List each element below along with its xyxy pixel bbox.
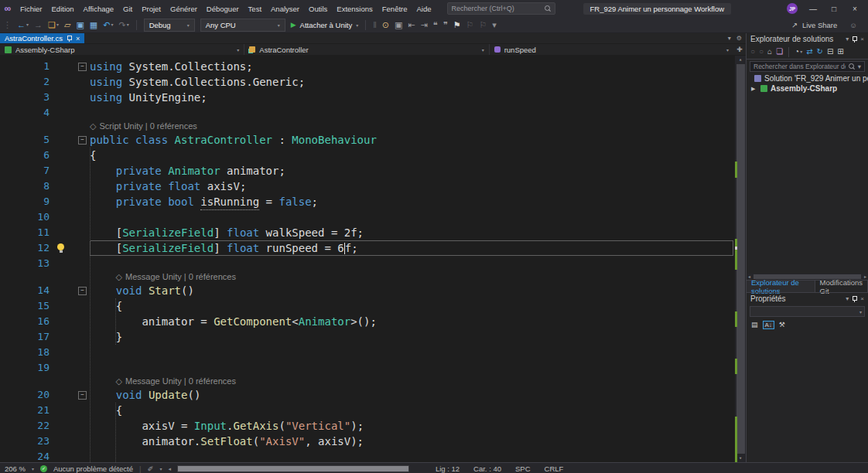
code-line[interactable]: 24 xyxy=(0,449,746,462)
code-line[interactable]: 23 animator.SetFloat("AxisV", axisV); xyxy=(0,434,746,449)
line-number[interactable]: 5 xyxy=(0,132,54,148)
code-line[interactable]: 12 [SerializeField] float runSpeed = 6f; xyxy=(0,240,746,256)
line-number[interactable]: 18 xyxy=(0,345,54,360)
minimize-button[interactable]: — xyxy=(808,5,818,13)
property-pages-icon[interactable]: ⚒ xyxy=(779,321,785,328)
fold-collapse-icon[interactable]: − xyxy=(78,136,87,145)
code-text[interactable]: using System.Collections.Generic; xyxy=(90,74,746,90)
open-folder-icon[interactable]: ▱ xyxy=(64,21,70,29)
navbar-type-dropdown[interactable]: AstraController ▾ xyxy=(244,44,489,55)
problems-status[interactable]: Aucun problème détecté xyxy=(53,464,133,473)
code-text[interactable]: private Animator animator; xyxy=(90,163,746,179)
alphabetical-icon[interactable]: A↓ xyxy=(763,321,774,329)
code-text[interactable]: { xyxy=(90,298,746,314)
code-line[interactable]: 19 xyxy=(0,360,746,376)
codelens-references[interactable]: ◇Script Unity | 0 références xyxy=(90,121,197,132)
active-files-dropdown-icon[interactable]: ▾ xyxy=(728,35,731,42)
code-text[interactable]: void Start() xyxy=(90,283,746,298)
line-number[interactable]: 24 xyxy=(0,449,54,462)
chevron-down-icon[interactable]: ▾ xyxy=(26,22,29,27)
menu-edition[interactable]: Edition xyxy=(47,5,79,13)
chevron-down-icon[interactable]: ▾ xyxy=(56,22,59,27)
undo-icon[interactable]: ↶▾ xyxy=(103,21,113,29)
categorized-icon[interactable]: ▤ xyxy=(751,321,758,328)
editor-settings-icon[interactable]: ⚙ xyxy=(736,35,742,42)
back-icon[interactable]: ○ xyxy=(750,48,755,56)
maximize-button[interactable]: □ xyxy=(829,5,839,13)
no-problems-icon[interactable]: ✓ xyxy=(40,465,47,472)
chevron-down-icon[interactable]: ▾ xyxy=(846,295,849,302)
menu-projet[interactable]: Projet xyxy=(137,5,166,13)
user-avatar[interactable]: JP xyxy=(787,3,798,14)
show-all-files-icon[interactable]: ⊞ xyxy=(837,48,843,56)
codelens-references[interactable]: ◇Message Unity | 0 références xyxy=(116,376,236,387)
sync-active-document-icon[interactable]: ⇄ xyxy=(806,48,812,56)
menu-aide[interactable]: Aide xyxy=(412,5,436,13)
line-number[interactable]: 15 xyxy=(0,298,54,314)
line-number[interactable]: 22 xyxy=(0,418,54,434)
switch-views-icon[interactable]: ❏ xyxy=(776,48,783,56)
line-number[interactable]: 17 xyxy=(0,329,54,345)
code-text[interactable]: [SerializeField] float walkSpeed = 2f; xyxy=(90,225,746,240)
outdent-icon[interactable]: ⇤ xyxy=(408,21,415,29)
debug-configuration-dropdown[interactable]: Debug▾ xyxy=(144,19,195,32)
lightbulb-icon[interactable] xyxy=(57,243,64,250)
line-number[interactable]: 3 xyxy=(0,90,54,105)
scroll-right-icon[interactable]: ▸ xyxy=(864,274,866,280)
status-line[interactable]: Lig : 12 xyxy=(436,464,460,473)
save-icon[interactable]: ▣ xyxy=(76,21,84,29)
zoom-level[interactable]: 206 % xyxy=(5,464,26,473)
forward-icon[interactable]: ○ xyxy=(759,48,764,56)
feedback-icon[interactable]: ☺ xyxy=(849,21,857,29)
chevron-down-icon[interactable]: ▾ xyxy=(800,49,802,54)
code-text[interactable]: [SerializeField] float runSpeed = 6f; xyxy=(90,240,733,256)
menu-git[interactable]: Git xyxy=(118,5,137,13)
menu-test[interactable]: Test xyxy=(244,5,266,13)
pin-tab-icon[interactable] xyxy=(67,36,72,41)
hot-reload-icon[interactable]: ‖ xyxy=(373,21,377,29)
menu-fichier[interactable]: Fichier xyxy=(15,5,47,13)
live-share-button[interactable]: ↗Live Share☺ xyxy=(791,21,868,29)
line-number[interactable]: 23 xyxy=(0,434,54,449)
code-text[interactable]: void Update() xyxy=(90,387,746,403)
indent-icon[interactable]: ⇥ xyxy=(421,21,428,29)
menu-affichage[interactable]: Affichage xyxy=(79,5,118,13)
code-cleanup-icon[interactable]: ✐ xyxy=(147,464,153,473)
fold-collapse-icon[interactable]: − xyxy=(78,63,87,71)
properties-object-dropdown[interactable]: ▾ xyxy=(750,306,865,317)
status-space-mode[interactable]: SPC xyxy=(515,464,531,473)
close-panel-icon[interactable]: × xyxy=(860,295,864,302)
navbar-project-dropdown[interactable]: Assembly-CSharp ▾ xyxy=(0,44,244,55)
menu-analyser[interactable]: Analyser xyxy=(266,5,304,13)
line-number[interactable]: 8 xyxy=(0,179,54,194)
editor-vertical-scrollbar[interactable]: ▴ ▾ xyxy=(735,56,746,462)
navbar-member-dropdown[interactable]: runSpeed ▾ xyxy=(490,44,733,55)
next-bookmark-icon[interactable]: ⚐ xyxy=(479,21,487,29)
line-number[interactable]: 19 xyxy=(0,360,54,376)
expander-icon[interactable]: ▶ xyxy=(751,86,757,92)
code-text[interactable]: using UnityEngine; xyxy=(90,90,746,105)
line-number[interactable]: 11 xyxy=(0,225,54,240)
redo-icon[interactable]: ↷▾ xyxy=(118,21,128,29)
code-line[interactable]: 5−public class AstraController : MonoBeh… xyxy=(0,132,746,148)
code-line[interactable]: 8 private float axisV; xyxy=(0,179,746,194)
save-all-icon[interactable]: ▦ xyxy=(90,21,97,29)
code-line[interactable]: 2using System.Collections.Generic; xyxy=(0,74,746,90)
solution-explorer-hscrollbar[interactable]: ◂ ▸ xyxy=(747,274,867,280)
prev-bookmark-icon[interactable]: ⚐ xyxy=(466,21,474,29)
bookmark-icon[interactable]: ⚑ xyxy=(453,21,461,29)
line-number[interactable]: 16 xyxy=(0,314,54,329)
line-number[interactable]: 14 xyxy=(0,283,54,298)
scroll-left-icon[interactable]: ◂ xyxy=(168,466,171,472)
code-line[interactable]: 14− void Start() xyxy=(0,283,746,298)
tree-item-assemblycsharp[interactable]: ▶Assembly-CSharp xyxy=(747,83,868,94)
scrollbar-thumb[interactable] xyxy=(754,274,861,279)
line-number[interactable]: 21 xyxy=(0,403,54,418)
code-line[interactable]: 13 xyxy=(0,256,746,271)
home-icon[interactable]: ⌂ xyxy=(767,48,772,56)
code-line[interactable]: 20− void Update() xyxy=(0,387,746,403)
refresh-icon[interactable]: ↻ xyxy=(817,48,823,56)
panel-tab-explorateurdesolutions[interactable]: Explorateur de solutions xyxy=(747,281,815,292)
tab-astracontroller[interactable]: AstraController.cs × xyxy=(0,33,84,43)
new-file-icon[interactable]: ❏▾ xyxy=(48,21,59,29)
